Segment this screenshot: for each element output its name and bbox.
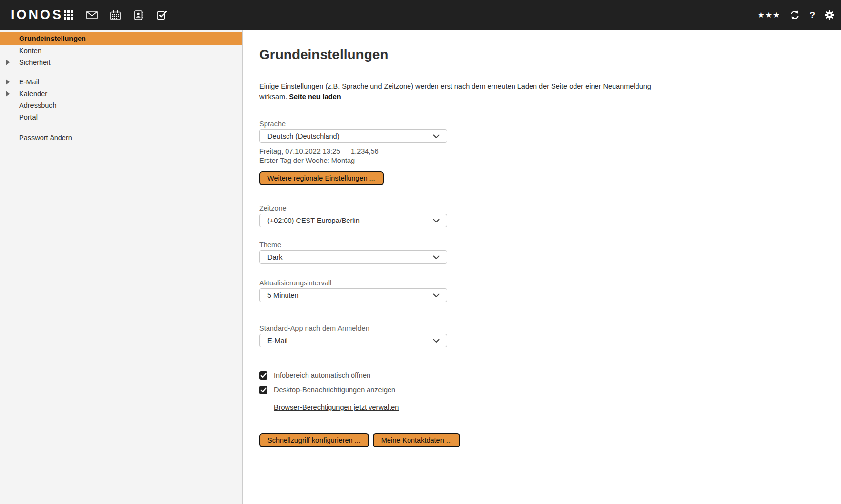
tasks-icon[interactable] <box>156 9 168 21</box>
locale-number-format: 1.234,56 <box>351 147 378 155</box>
timezone-select[interactable]: (+02:00) CEST Europa/Berlin <box>259 214 447 227</box>
addressbook-icon[interactable] <box>133 9 144 21</box>
premium-stars-icon[interactable]: ★★★ <box>758 9 780 21</box>
checked-checkbox-icon[interactable] <box>259 371 267 380</box>
ionos-logo[interactable]: IONOS <box>11 7 56 22</box>
sidebar-item-kalender[interactable]: Kalender <box>0 88 242 100</box>
expand-arrow-icon[interactable] <box>6 91 10 97</box>
theme-label: Theme <box>259 241 841 249</box>
regional-settings-button[interactable]: Weitere regionale Einstellungen ... <box>259 171 384 185</box>
chevron-down-icon <box>433 219 440 223</box>
refresh-interval-select-value: 5 Minuten <box>267 291 433 299</box>
language-select-value: Deutsch (Deutschland) <box>267 132 433 140</box>
footer-buttons: Schnellzugriff konfigurieren ... Meine K… <box>259 433 841 447</box>
desktop-notifications-checkbox-row[interactable]: Desktop-Benachrichtigungen anzeigen <box>259 385 841 394</box>
sidebar-item-label: Passwort ändern <box>19 134 72 141</box>
locale-first-day: Erster Tag der Woche: Montag <box>259 156 841 165</box>
sidebar-item-label: Adressbuch <box>19 101 57 109</box>
app-launcher-grid-icon[interactable] <box>62 9 74 21</box>
sidebar-item-email[interactable]: E-Mail <box>0 76 242 88</box>
infoarea-checkbox-row[interactable]: Infobereich automatisch öffnen <box>259 371 841 380</box>
sidebar-item-label: Konten <box>19 47 41 55</box>
sidebar-item-passwort-aendern[interactable]: Passwort ändern <box>0 132 242 143</box>
checkbox-group: Infobereich automatisch öffnen Desktop-B… <box>259 371 841 412</box>
refresh-icon[interactable] <box>790 9 800 21</box>
sidebar-item-label: Kalender <box>19 90 47 98</box>
refresh-interval-label: Aktualisierungsintervall <box>259 279 841 287</box>
sidebar-item-label: E-Mail <box>19 78 39 86</box>
page-title: Grundeinstellungen <box>259 47 841 62</box>
calendar-icon[interactable] <box>109 9 121 21</box>
infoarea-checkbox-label: Infobereich automatisch öffnen <box>274 371 370 379</box>
sidebar-item-grundeinstellungen[interactable]: Grundeinstellungen <box>0 32 242 45</box>
reload-notice: Einige Einstellungen (z.B. Sprache und Z… <box>259 81 655 102</box>
language-label: Sprache <box>259 120 841 128</box>
timezone-label: Zeitzone <box>259 204 841 213</box>
theme-select-value: Dark <box>267 253 433 261</box>
refresh-interval-select[interactable]: 5 Minuten <box>259 288 447 302</box>
chevron-down-icon <box>433 134 440 139</box>
help-icon[interactable]: ? <box>809 9 815 21</box>
desktop-notifications-checkbox-label: Desktop-Benachrichtigungen anzeigen <box>274 386 395 394</box>
app-icons <box>62 9 180 21</box>
locale-preview: Freitag, 07.10.2022 13:251.234,56 Erster… <box>259 147 841 165</box>
sidebar-item-label: Portal <box>19 113 38 121</box>
default-app-select-value: E-Mail <box>267 337 433 344</box>
quick-access-button[interactable]: Schnellzugriff konfigurieren ... <box>259 433 369 447</box>
my-contact-data-button[interactable]: Meine Kontaktdaten ... <box>373 433 460 447</box>
browser-permissions-link[interactable]: Browser-Berechtigungen jetzt verwalten <box>274 403 399 412</box>
timezone-select-value: (+02:00) CEST Europa/Berlin <box>267 217 433 224</box>
expand-arrow-icon[interactable] <box>6 80 10 85</box>
topbar-right-icons: ★★★ ? <box>748 9 834 21</box>
settings-main-pane: Grundeinstellungen Einige Einstellungen … <box>243 30 841 504</box>
language-select[interactable]: Deutsch (Deutschland) <box>259 129 447 143</box>
settings-gear-icon[interactable] <box>825 9 834 21</box>
sidebar-item-konten[interactable]: Konten <box>0 45 242 57</box>
sidebar-item-label: Sicherheit <box>19 59 50 66</box>
sidebar-item-sicherheit[interactable]: Sicherheit <box>0 57 242 68</box>
chevron-down-icon <box>433 339 440 343</box>
sidebar-item-adressbuch[interactable]: Adressbuch <box>0 100 242 111</box>
sidebar-item-label: Grundeinstellungen <box>19 35 86 42</box>
sidebar-item-portal[interactable]: Portal <box>0 111 242 123</box>
chevron-down-icon <box>433 255 440 260</box>
default-app-label: Standard-App nach dem Anmelden <box>259 324 841 333</box>
expand-arrow-icon[interactable] <box>6 60 10 65</box>
default-app-select[interactable]: E-Mail <box>259 334 447 347</box>
reload-page-link[interactable]: Seite neu laden <box>289 93 341 101</box>
locale-preview-line1: Freitag, 07.10.2022 13:251.234,56 <box>259 147 841 156</box>
checked-checkbox-icon[interactable] <box>259 386 267 394</box>
theme-select[interactable]: Dark <box>259 250 447 264</box>
chevron-down-icon <box>433 293 440 298</box>
topbar: IONOS <box>0 0 841 30</box>
mail-icon[interactable] <box>86 9 98 21</box>
locale-datetime: Freitag, 07.10.2022 13:25 <box>259 147 340 155</box>
settings-sidebar: Grundeinstellungen Konten Sicherheit E-M… <box>0 30 243 504</box>
